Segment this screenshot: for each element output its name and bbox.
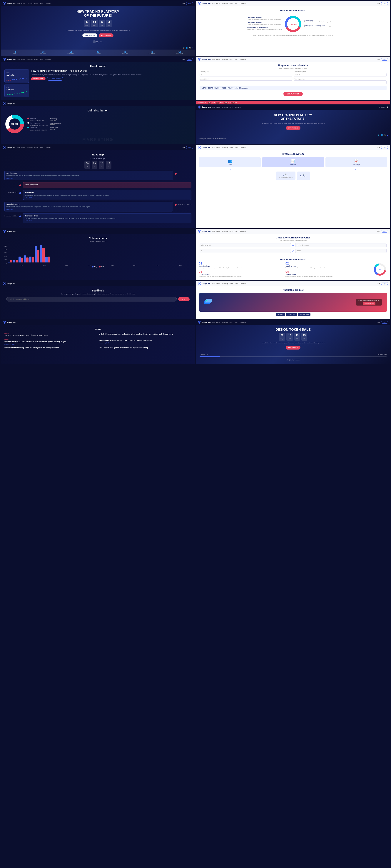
stat-ico-marks: 4.6 ICO Marks — [67, 51, 74, 54]
login-product[interactable]: Login — [381, 282, 388, 285]
roadmap-date-token: November 2018 — [4, 192, 18, 193]
nav-conv: Design Inc. ICOAboutRoadmapNewsTeamConta… — [196, 229, 390, 234]
panel-what-is-traid: Design Inc. ICO About Roadmap News Team … — [196, 1, 390, 56]
hero-buttons: WHITEPAPER BUY TOKENS — [6, 33, 190, 37]
learn-more-product[interactable]: LEARN MORE — [363, 302, 375, 305]
arrow-down-icon: ↓ — [292, 169, 294, 171]
token-countdown-days: 09 Days — [279, 333, 285, 341]
legend-marketing: Marketing — [27, 118, 48, 119]
users-icon: 👥 — [200, 159, 259, 163]
product-title: About the product — [196, 286, 390, 293]
conv-to-value[interactable] — [295, 249, 387, 253]
eco-involve: 🏢 Involve (Company Applications) — [276, 172, 296, 180]
roadmap-dot-ends — [19, 216, 21, 217]
bar-sell-2015 — [26, 257, 29, 262]
donut-section: The growth potential The growth potentia… — [200, 15, 387, 33]
nav-hero: Design Inc. ICO About Roadmap News Team … — [1, 1, 195, 6]
logo-hero2: Design Inc. — [198, 105, 211, 108]
calc-subtitle: Don't miss your chance to join $50 white… — [196, 67, 390, 69]
nav-right-conv: EN ▾ Login — [377, 230, 388, 232]
bar-buy-2012 — [8, 262, 10, 262]
calc-input-eth[interactable] — [200, 73, 292, 77]
bar-group-2014 — [19, 256, 23, 262]
learn-more-crowdsale[interactable]: Learn more — [6, 209, 171, 210]
conv-subtitle: Don't miss your chance to join $50 white… — [196, 240, 390, 241]
what-label-4: The transition The transition to a new t… — [304, 19, 339, 23]
login-roadmap[interactable]: Login — [186, 146, 193, 149]
what-is-body: The growth potential The growth potentia… — [196, 13, 390, 39]
email-input[interactable] — [6, 297, 177, 302]
login-eco[interactable]: Login — [381, 146, 388, 149]
charts-title: Column charts — [1, 234, 195, 241]
windows-store-button[interactable]: Windows Store — [298, 313, 310, 316]
raised-value: 3,372,USD — [200, 353, 208, 355]
logo-product: Design Inc. — [198, 282, 211, 285]
x-axis-labels: 201220132014 201520162017 20182019 — [10, 265, 191, 266]
calc-field-price: Price of purchase — [294, 78, 387, 84]
bar-sell-2014 — [21, 258, 23, 262]
arrow-right-icon: ↘ — [355, 169, 357, 171]
roadmap-card-crowdsale-ends: Crowdsale Ends Global legal review of al… — [23, 213, 191, 223]
play-video-button[interactable]: ▶ Play video — [93, 40, 103, 43]
calc-row-2: Amount (ZEC) Price of purchase — [200, 78, 387, 84]
learn-more-token[interactable]: Learn more — [25, 197, 189, 198]
feature-donate-to-support: 03 Donate to support Lorem ipsum dolor s… — [199, 270, 284, 277]
team-desc: Token example: 183 323 (35%) — [30, 125, 48, 126]
learn-more-dev[interactable]: Learn more — [6, 178, 171, 179]
buy-tokens-hero2[interactable]: BUY TOKENS — [286, 126, 301, 130]
bar-buy-2013 — [13, 260, 16, 262]
token-countdown-sec: 25 Sec — [301, 333, 307, 341]
conv-from-input[interactable] — [200, 243, 291, 247]
bar-buy-2017 — [35, 246, 37, 262]
nav-product: Design Inc. ICOAboutRoadmapNewsTeamConta… — [196, 281, 390, 286]
convert-arrow-icon: ⇌ — [292, 244, 294, 247]
roadmap-title: Roadmap — [1, 150, 195, 158]
nav-right-hero2: ⊕ LOGIN ☰ — [379, 106, 388, 108]
stat-ico-rated: 2.8 ICO Rated — [40, 51, 46, 54]
panel-feedback: Design Inc. Feedback Our company is open… — [1, 281, 195, 319]
login-calc[interactable]: Login — [381, 58, 388, 61]
roadmap-event-sep: September 2018 — [4, 182, 191, 188]
learn-more-ends[interactable]: Learn more — [25, 220, 189, 221]
send-button[interactable]: SEND — [178, 297, 190, 301]
nav-coin: Design Inc. — [1, 101, 195, 106]
nav-eco: Design Inc. ICOAboutRoadmapNewsTeamConta… — [196, 145, 390, 150]
team-dot — [27, 122, 29, 124]
conv-to-input[interactable] — [295, 243, 387, 247]
what-is-title: What is Traid Platform? — [196, 6, 390, 13]
calc-input-price[interactable] — [294, 81, 387, 84]
white-paper-button[interactable]: WHITE PAPER — [31, 77, 46, 81]
bar-sell-2017 — [37, 250, 39, 262]
play-icon: ▶ — [93, 40, 96, 43]
conv-from-value[interactable] — [200, 249, 291, 253]
google-play-button[interactable]: Google Play — [286, 313, 297, 316]
app-store-button[interactable]: App Store — [276, 313, 285, 316]
eco-exchange: 📈 Exchange — [326, 157, 387, 167]
exchange-icon: 📈 — [327, 159, 386, 163]
bar-buy-2019 — [45, 257, 48, 262]
login-about[interactable]: Login — [186, 58, 193, 61]
hero2-title: NEW TRADING PLATFORMOF THE FUTURE! — [201, 113, 385, 120]
chart-legend: Buy Sell — [4, 266, 191, 268]
nav-token-sale: Design Inc. ICOAboutRoadmapNewsTeamConta… — [196, 319, 390, 325]
calc-input-eth-price[interactable] — [294, 73, 387, 77]
buy-tokens-button[interactable]: BUY TOKENS — [99, 33, 113, 37]
investors-icon: 📊 — [263, 159, 323, 163]
all-docs-button[interactable]: ALL DOCUMENTS — [47, 77, 63, 81]
buy-tokens-sale[interactable]: BUY TOKENS — [286, 346, 301, 349]
login-token[interactable]: Login — [381, 321, 388, 324]
progress-values: 3,372,USD 30,000,USD — [200, 353, 387, 355]
panel-ecosystem: Design Inc. ICOAboutRoadmapNewsTeamConta… — [196, 145, 390, 228]
calc-input-zec[interactable] — [200, 81, 292, 84]
join-waitlist-button[interactable]: JOIN WAITLIST — [283, 92, 303, 96]
whitepaper-button[interactable]: WHITEPAPER — [82, 33, 97, 37]
svg-text:✦: ✦ — [379, 269, 381, 271]
conv-title: Calculator currency converter — [196, 234, 390, 240]
login-conv[interactable]: Login — [381, 230, 388, 232]
logo-token-sale: Design Inc. — [198, 321, 211, 324]
login-button-white[interactable]: Login — [381, 2, 388, 5]
bar-group-2013 — [13, 260, 18, 262]
login-button[interactable]: Login — [186, 2, 193, 5]
feature-teach-to-earn: 02 Teach to earn Lorem ipsum dolor sit a… — [285, 262, 371, 269]
product-body: SERVER ROOM / NETWORKING LEARN MORE App … — [196, 293, 390, 319]
